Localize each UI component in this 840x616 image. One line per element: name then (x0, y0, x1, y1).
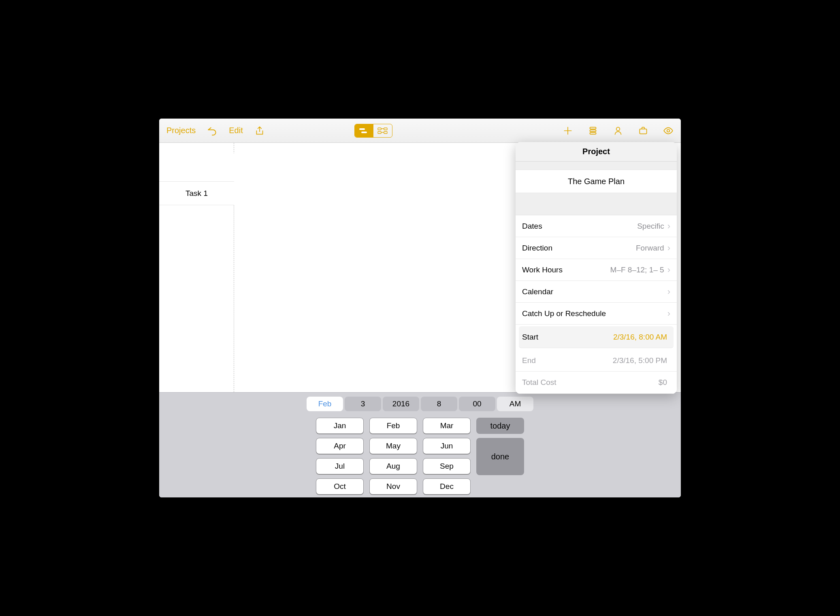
direction-label: Direction (522, 244, 636, 253)
person-icon (613, 125, 623, 136)
gantt-view-icon (358, 127, 370, 135)
svg-rect-1 (361, 132, 367, 133)
end-row[interactable]: End 2/3/16, 5:00 PM (516, 350, 677, 372)
eye-icon (663, 125, 674, 136)
direction-value: Forward (636, 244, 664, 253)
month-button[interactable]: Jan (316, 418, 364, 434)
view-gantt-tab[interactable] (355, 124, 373, 137)
view-segmented-control[interactable] (354, 124, 392, 138)
network-view-icon (377, 127, 389, 135)
end-value: 2/3/16, 5:00 PM (613, 356, 667, 365)
undo-button[interactable] (207, 125, 217, 136)
app-window: Projects Edit (159, 119, 681, 497)
dates-row[interactable]: Dates Specific › (516, 215, 677, 237)
done-button[interactable]: done (476, 438, 524, 475)
project-inspector-popover: Project The Game Plan Dates Specific › D… (516, 142, 677, 394)
calendar-row[interactable]: Calendar › (516, 281, 677, 303)
chevron-right-icon: › (667, 265, 670, 275)
picker-tab-minute[interactable]: 00 (459, 397, 495, 411)
svg-point-11 (667, 129, 670, 132)
svg-rect-8 (590, 132, 596, 134)
chevron-right-icon: › (667, 308, 670, 319)
catchup-label: Catch Up or Reschedule (522, 309, 667, 318)
month-button[interactable]: Feb (369, 418, 417, 434)
picker-tab-year[interactable]: 2016 (383, 397, 419, 411)
add-button[interactable] (563, 125, 573, 136)
view-network-tab[interactable] (373, 124, 392, 137)
today-button[interactable]: today (476, 418, 524, 434)
view-options-button[interactable] (663, 125, 674, 136)
toolbar: Projects Edit (159, 119, 681, 143)
picker-tabs: Feb 3 2016 8 00 AM (159, 393, 681, 414)
date-picker: Feb 3 2016 8 00 AM Jan Apr Jul Oct Feb M… (159, 392, 681, 497)
inspector-title: Project (516, 142, 677, 161)
calendar-label: Calendar (522, 287, 667, 296)
start-value: 2/3/16, 8:00 AM (613, 333, 667, 342)
month-button[interactable]: Aug (369, 458, 417, 474)
svg-point-9 (616, 127, 620, 131)
task-label: Task 1 (159, 189, 234, 198)
start-row[interactable]: Start 2/3/16, 8:00 AM (519, 326, 674, 348)
end-label: End (522, 356, 613, 365)
workhours-row[interactable]: Work Hours M–F 8–12; 1– 5 › (516, 259, 677, 281)
month-button[interactable]: Jul (316, 458, 364, 474)
styles-button[interactable] (588, 125, 598, 136)
edit-button[interactable]: Edit (229, 126, 243, 135)
month-button[interactable]: Apr (316, 438, 364, 454)
svg-rect-6 (590, 127, 596, 129)
svg-rect-3 (384, 128, 387, 130)
project-inspector-button[interactable] (638, 125, 648, 136)
svg-rect-5 (384, 132, 387, 134)
month-button[interactable]: Oct (316, 478, 364, 495)
picker-tab-hour[interactable]: 8 (421, 397, 457, 411)
svg-rect-7 (590, 130, 596, 131)
workhours-label: Work Hours (522, 266, 610, 274)
styles-icon (588, 125, 598, 136)
catchup-row[interactable]: Catch Up or Reschedule › (516, 303, 677, 325)
svg-rect-2 (378, 128, 381, 130)
svg-rect-10 (640, 129, 646, 134)
resources-button[interactable] (613, 125, 623, 136)
totalcost-row[interactable]: Total Cost $0 (516, 372, 677, 393)
share-button[interactable] (254, 125, 265, 136)
briefcase-icon (638, 125, 648, 136)
totalcost-label: Total Cost (522, 378, 659, 387)
picker-grid: Jan Apr Jul Oct Feb May Aug Nov Mar Jun … (159, 414, 681, 497)
month-button[interactable]: May (369, 438, 417, 454)
dates-label: Dates (522, 222, 637, 231)
direction-row[interactable]: Direction Forward › (516, 237, 677, 259)
share-icon (254, 125, 265, 136)
chevron-right-icon: › (667, 243, 670, 253)
svg-rect-0 (359, 128, 365, 130)
svg-rect-4 (378, 132, 381, 134)
month-button[interactable]: Mar (423, 418, 471, 434)
dates-value: Specific (637, 222, 664, 231)
chevron-right-icon: › (667, 287, 670, 297)
project-name-row[interactable]: The Game Plan (516, 170, 677, 193)
month-button[interactable]: Jun (423, 438, 471, 454)
picker-tab-day[interactable]: 3 (345, 397, 381, 411)
projects-button[interactable]: Projects (166, 126, 196, 135)
month-button[interactable]: Nov (369, 478, 417, 495)
start-label: Start (522, 333, 613, 342)
chevron-right-icon: › (667, 221, 670, 232)
picker-tab-ampm[interactable]: AM (497, 397, 533, 411)
picker-tab-month[interactable]: Feb (307, 397, 343, 411)
undo-icon (207, 125, 217, 136)
plus-icon (563, 125, 573, 136)
month-button[interactable]: Dec (423, 478, 471, 495)
month-button[interactable]: Sep (423, 458, 471, 474)
workhours-value: M–F 8–12; 1– 5 (610, 266, 664, 274)
totalcost-value: $0 (659, 378, 667, 387)
